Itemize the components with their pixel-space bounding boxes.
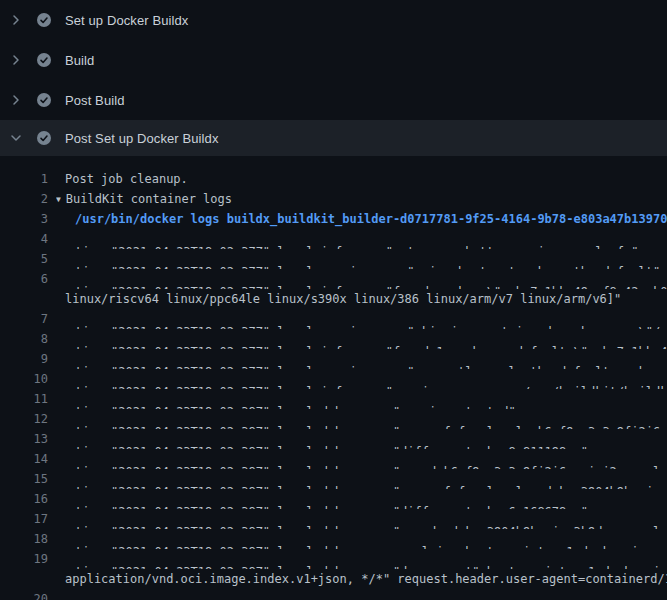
log-line-content: ▼time="2021-04-23T18:02:37Z" level=info … — [65, 269, 667, 289]
log-line: 11 ▼time="2021-04-23T18:02:38Z" level=de… — [0, 389, 667, 409]
step-row[interactable]: Post Build — [0, 80, 667, 120]
chevron-right-icon — [8, 92, 24, 108]
log-line: 6 ▼time="2021-04-23T18:02:37Z" level=inf… — [0, 269, 667, 289]
log-line: 3 ▼/usr/bin/docker logs buildx_buildkit_… — [0, 209, 667, 229]
line-number[interactable] — [0, 569, 48, 589]
log-line: 1 ▼Post job cleanup. — [0, 169, 667, 189]
line-number[interactable]: 1 — [0, 169, 48, 189]
log-line-content: ▼time="2021-04-23T18:02:38Z" level=debug… — [65, 529, 667, 549]
line-number[interactable]: 9 — [0, 349, 48, 369]
log-line: 2 ▼BuildKit container logs — [0, 189, 667, 209]
log-line-content: ▼time="2021-04-23T18:02:38Z" level=debug… — [65, 589, 667, 600]
line-number[interactable]: 2 — [0, 189, 48, 209]
line-number[interactable]: 8 — [0, 329, 48, 349]
line-number[interactable]: 11 — [0, 389, 48, 409]
log-line-content: ▼time="2021-04-23T18:02:38Z" level=debug… — [65, 509, 667, 529]
line-number[interactable]: 15 — [0, 469, 48, 489]
log-line: 7 ▼time="2021-04-23T18:02:37Z" level=war… — [0, 309, 667, 329]
log-line: 19 ▼time="2021-04-23T18:02:38Z" level=de… — [0, 549, 667, 569]
log-line-content: ▼Post job cleanup. — [65, 169, 667, 189]
log-line-content: ▼time="2021-04-23T18:02:38Z" level=debug… — [65, 409, 667, 429]
log-line: 8 ▼time="2021-04-23T18:02:37Z" level=inf… — [0, 329, 667, 349]
log-line: 14 ▼time="2021-04-23T18:02:38Z" level=de… — [0, 449, 667, 469]
line-number[interactable]: 7 — [0, 309, 48, 329]
log-line: ▼application/vnd.oci.image.index.v1+json… — [0, 569, 667, 589]
log-line-content: ▼linux/riscv64 linux/ppc64le linux/s390x… — [65, 289, 667, 309]
log-line: ▼linux/riscv64 linux/ppc64le linux/s390x… — [0, 289, 667, 309]
actions-log-viewer: Set up Docker Buildx Build — [0, 0, 667, 600]
line-number[interactable]: 16 — [0, 489, 48, 509]
step-list: Set up Docker Buildx Build — [0, 0, 667, 156]
check-circle-icon — [37, 93, 51, 107]
log-line: 13 ▼time="2021-04-23T18:02:38Z" level=de… — [0, 429, 667, 449]
line-number[interactable]: 18 — [0, 529, 48, 549]
step-label: Post Build — [65, 93, 125, 108]
step-row[interactable]: Post Set up Docker Buildx — [0, 120, 667, 156]
check-circle-icon — [37, 53, 51, 67]
line-number[interactable]: 20 — [0, 589, 48, 600]
log-line: 10 ▼time="2021-04-23T18:02:37Z" level=in… — [0, 369, 667, 389]
log-line: 9 ▼time="2021-04-23T18:02:37Z" level=war… — [0, 349, 667, 369]
log-line-content: ▼application/vnd.oci.image.index.v1+json… — [65, 569, 667, 589]
log-line: 17 ▼time="2021-04-23T18:02:38Z" level=de… — [0, 509, 667, 529]
log-line: 5 ▼time="2021-04-23T18:02:37Z" level=war… — [0, 249, 667, 269]
log-line-content[interactable]: ▼BuildKit container logs — [56, 189, 667, 209]
log-text: application/vnd.oci.image.index.v1+json,… — [65, 572, 667, 586]
log-line: 18 ▼time="2021-04-23T18:02:38Z" level=de… — [0, 529, 667, 549]
log-line-content: ▼time="2021-04-23T18:02:37Z" level=warni… — [65, 309, 667, 329]
log-line-content: ▼time="2021-04-23T18:02:38Z" level=debug… — [65, 449, 667, 469]
log-text: BuildKit container logs — [66, 192, 232, 206]
line-number[interactable]: 13 — [0, 429, 48, 449]
step-label: Build — [65, 53, 94, 68]
step-row[interactable]: Build — [0, 40, 667, 80]
line-number[interactable] — [0, 289, 48, 309]
log-text: Post job cleanup. — [65, 172, 188, 186]
log-line-content: ▼time="2021-04-23T18:02:37Z" level=info … — [65, 329, 667, 349]
log-line-content: ▼time="2021-04-23T18:02:38Z" level=debug… — [65, 549, 667, 569]
line-number[interactable]: 12 — [0, 409, 48, 429]
step-label: Set up Docker Buildx — [65, 13, 188, 28]
line-number[interactable]: 14 — [0, 449, 48, 469]
log-line-content: ▼/usr/bin/docker logs buildx_buildkit_bu… — [65, 209, 667, 229]
log-text: linux/riscv64 linux/ppc64le linux/s390x … — [65, 292, 621, 306]
log-line: 4 ▼time="2021-04-23T18:02:37Z" level=inf… — [0, 229, 667, 249]
log-line-content: ▼time="2021-04-23T18:02:38Z" level=debug… — [65, 489, 667, 509]
log-line-content: ▼time="2021-04-23T18:02:37Z" level=info … — [65, 229, 667, 249]
chevron-right-icon — [8, 12, 24, 28]
line-number[interactable]: 19 — [0, 549, 48, 569]
log-lines: 1 ▼Post job cleanup. 2 ▼BuildKit contain… — [0, 156, 667, 600]
chevron-down-icon — [8, 130, 24, 146]
log-line-content: ▼time="2021-04-23T18:02:37Z" level=info … — [65, 369, 667, 389]
chevron-right-icon — [8, 52, 24, 68]
group-collapse-icon[interactable]: ▼ — [56, 190, 61, 209]
log-line-content: ▼time="2021-04-23T18:02:38Z" level=debug… — [65, 389, 667, 409]
line-number[interactable]: 10 — [0, 369, 48, 389]
line-number[interactable]: 6 — [0, 269, 48, 289]
check-circle-icon — [37, 13, 51, 27]
log-line-content: ▼time="2021-04-23T18:02:38Z" level=debug… — [65, 429, 667, 449]
check-circle-icon — [37, 131, 51, 145]
log-line-content: ▼time="2021-04-23T18:02:37Z" level=warni… — [65, 349, 667, 369]
line-number[interactable]: 17 — [0, 509, 48, 529]
log-line: 15 ▼time="2021-04-23T18:02:38Z" level=de… — [0, 469, 667, 489]
log-text: /usr/bin/docker logs buildx_buildkit_bui… — [75, 212, 667, 226]
log-line: 16 ▼time="2021-04-23T18:02:38Z" level=de… — [0, 489, 667, 509]
log-line-content: ▼time="2021-04-23T18:02:37Z" level=warni… — [65, 249, 667, 269]
log-line: 12 ▼time="2021-04-23T18:02:38Z" level=de… — [0, 409, 667, 429]
log-line-content: ▼time="2021-04-23T18:02:38Z" level=debug… — [65, 469, 667, 489]
line-number[interactable]: 5 — [0, 249, 48, 269]
log-line: 20 ▼time="2021-04-23T18:02:38Z" level=de… — [0, 589, 667, 600]
line-number[interactable]: 3 — [0, 209, 48, 229]
line-number[interactable]: 4 — [0, 229, 48, 249]
step-row[interactable]: Set up Docker Buildx — [0, 0, 667, 40]
step-label: Post Set up Docker Buildx — [65, 131, 219, 146]
